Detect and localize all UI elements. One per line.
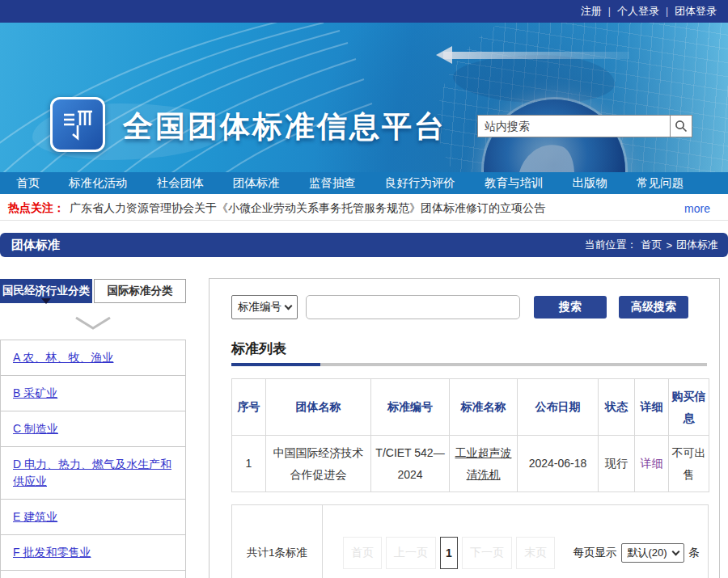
- breadcrumb-separator: >: [666, 239, 672, 251]
- more-link[interactable]: more: [684, 202, 710, 215]
- site-title: 全国团体标准信息平台: [123, 107, 447, 147]
- column-header-index: 序号: [232, 379, 266, 436]
- cell-date: 2024-06-18: [518, 436, 599, 492]
- category-link[interactable]: F 批发和零售业: [13, 546, 91, 559]
- column-header-detail: 详细: [635, 379, 669, 436]
- keyword-input[interactable]: [306, 295, 520, 319]
- category-item-g[interactable]: G 交通运输、仓储和邮政业: [1, 571, 185, 578]
- pagination-controls: 首页 上一页 1 下一页 末页 每页显示 默认(20) 条: [323, 505, 708, 578]
- prev-page-button[interactable]: 上一页: [386, 537, 436, 569]
- cell-org: 中国国际经济技术合作促进会: [266, 436, 371, 492]
- account-bar: 注册 | 个人登录 | 团体登录: [0, 0, 728, 23]
- nav-item-group-standards[interactable]: 团体标准: [233, 175, 280, 191]
- category-item-f[interactable]: F 批发和零售业: [1, 535, 185, 571]
- category-item-d[interactable]: D 电力、热力、燃气及水生产和供应业: [1, 447, 185, 500]
- per-page-unit: 条: [689, 546, 700, 560]
- column-header-code: 标准编号: [371, 379, 450, 436]
- category-list: A 农、林、牧、渔业 B 采矿业 C 制造业 D 电力、热力、燃气及水生产和供应…: [0, 340, 186, 578]
- caret-down-icon: [285, 302, 293, 310]
- detail-link[interactable]: 详细: [641, 457, 663, 470]
- cell-name: 工业超声波清洗机: [450, 436, 518, 492]
- pagination: 共计1条标准 首页 上一页 1 下一页 末页 每页显示 默认(20) 条: [231, 504, 709, 578]
- hot-topic-headline[interactable]: 广东省人力资源管理协会关于《小微企业劳动关系事务托管服务规范》团体标准修订的立项…: [70, 201, 684, 216]
- register-link[interactable]: 注册: [581, 4, 602, 19]
- column-header-name: 标准名称: [450, 379, 518, 436]
- page-title: 团体标准: [11, 238, 60, 253]
- category-link[interactable]: B 采矿业: [13, 386, 57, 399]
- standards-table: 序号 团体名称 标准编号 标准名称 公布日期 状态 详细 购买信息 1 中国国际…: [231, 378, 709, 492]
- total-count: 共计1条标准: [232, 505, 323, 578]
- nav-item-faq[interactable]: 常见问题: [637, 175, 684, 191]
- section-header: 团体标准 当前位置： 首页 > 团体标准: [0, 233, 728, 257]
- banner-shading: [0, 23, 728, 172]
- category-item-c[interactable]: C 制造业: [1, 411, 185, 447]
- per-page-value: 默认(20): [627, 546, 667, 560]
- nav-item-publications[interactable]: 出版物: [572, 175, 607, 191]
- separator: |: [608, 6, 611, 17]
- cell-status: 现行: [599, 436, 635, 492]
- list-title: 标准列表: [231, 340, 707, 358]
- cell-purchase: 不可出售: [669, 436, 709, 492]
- search-icon: [675, 120, 688, 133]
- tab-international-standard-classification[interactable]: 国际标准分类: [94, 279, 186, 303]
- breadcrumb: 当前位置： 首页 > 团体标准: [584, 238, 718, 252]
- column-header-org: 团体名称: [266, 379, 371, 436]
- category-tabs: 国民经济行业分类 国际标准分类: [0, 279, 186, 303]
- breadcrumb-home-link[interactable]: 首页: [641, 238, 662, 252]
- standard-search-form: 标准编号 搜索 高级搜索: [231, 295, 707, 319]
- site-logo[interactable]: [50, 97, 105, 152]
- nav-item-home[interactable]: 首页: [16, 175, 40, 191]
- group-login-link[interactable]: 团体登录: [675, 4, 717, 19]
- hot-topics-bar: 热点关注： 广东省人力资源管理协会关于《小微企业劳动关系事务托管服务规范》团体标…: [0, 196, 728, 221]
- logo-glyph-icon: [61, 108, 95, 141]
- search-field-select[interactable]: 标准编号: [231, 295, 298, 319]
- category-link[interactable]: D 电力、热力、燃气及水生产和供应业: [13, 458, 171, 487]
- nav-item-good-behavior[interactable]: 良好行为评价: [385, 175, 455, 191]
- per-page-control: 每页显示 默认(20) 条: [573, 543, 700, 563]
- per-page-label: 每页显示: [573, 546, 616, 560]
- per-page-select[interactable]: 默认(20): [621, 543, 684, 563]
- nav-item-supervision[interactable]: 监督抽查: [309, 175, 356, 191]
- category-link[interactable]: A 农、林、牧、渔业: [13, 351, 113, 364]
- main-nav: 首页 标准化活动 社会团体 团体标准 监督抽查 良好行为评价 教育与培训 出版物…: [0, 172, 728, 194]
- column-header-status: 状态: [599, 379, 635, 436]
- table-row: 1 中国国际经济技术合作促进会 T/CIET 542—2024 工业超声波清洗机…: [232, 436, 709, 492]
- chevron-down-icon: [74, 316, 112, 331]
- breadcrumb-label: 当前位置：: [584, 238, 637, 252]
- content-area: 国民经济行业分类 国际标准分类 A 农、林、牧、渔业 B 采矿业 C 制造业 D…: [0, 278, 728, 578]
- cell-index: 1: [232, 436, 266, 492]
- site-search-input[interactable]: [477, 115, 670, 137]
- category-link[interactable]: E 建筑业: [13, 510, 57, 523]
- cell-detail: 详细: [635, 436, 669, 492]
- search-field-value: 标准编号: [238, 300, 281, 314]
- cell-code: T/CIET 542—2024: [371, 436, 450, 492]
- category-item-b[interactable]: B 采矿业: [1, 376, 185, 411]
- caret-down-icon: [671, 547, 679, 555]
- hot-topics-label: 热点关注：: [8, 201, 65, 216]
- header-banner: 全国团体标准信息平台: [0, 23, 728, 172]
- column-header-purchase: 购买信息: [669, 379, 709, 436]
- tab-national-economy-classification[interactable]: 国民经济行业分类: [0, 279, 92, 303]
- last-page-button[interactable]: 末页: [516, 537, 555, 569]
- nav-item-standardization-activities[interactable]: 标准化活动: [69, 175, 128, 191]
- separator: |: [666, 6, 668, 17]
- column-header-date: 公布日期: [518, 379, 599, 436]
- nav-item-social-groups[interactable]: 社会团体: [157, 175, 204, 191]
- title-underline: [231, 363, 707, 366]
- site-search: [477, 115, 692, 137]
- site-search-button[interactable]: [670, 115, 692, 137]
- personal-login-link[interactable]: 个人登录: [617, 4, 659, 19]
- category-link[interactable]: C 制造业: [13, 422, 58, 435]
- standard-name-link[interactable]: 工业超声波清洗机: [455, 446, 512, 481]
- current-page-button[interactable]: 1: [440, 537, 458, 569]
- standards-panel: 标准编号 搜索 高级搜索 标准列表 序号 团体名称 标准编号 标准名称: [209, 278, 720, 578]
- next-page-button[interactable]: 下一页: [462, 537, 512, 569]
- nav-item-education-training[interactable]: 教育与培训: [485, 175, 544, 191]
- category-item-e[interactable]: E 建筑业: [1, 500, 185, 535]
- category-item-a[interactable]: A 农、林、牧、渔业: [1, 340, 185, 376]
- breadcrumb-current: 团体标准: [676, 238, 718, 252]
- search-button[interactable]: 搜索: [534, 296, 607, 319]
- advanced-search-button[interactable]: 高级搜索: [619, 296, 688, 319]
- first-page-button[interactable]: 首页: [343, 537, 382, 569]
- table-header-row: 序号 团体名称 标准编号 标准名称 公布日期 状态 详细 购买信息: [232, 379, 709, 436]
